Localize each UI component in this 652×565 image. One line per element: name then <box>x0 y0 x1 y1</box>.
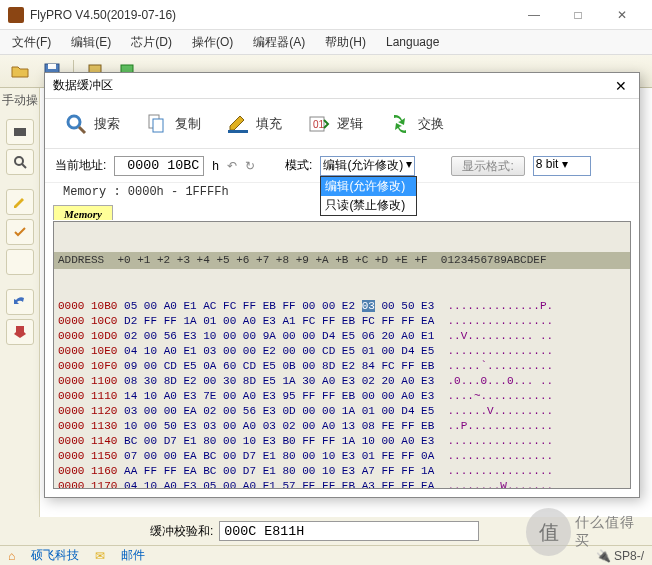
device-name: SP8-/ <box>614 549 644 563</box>
hex-row[interactable]: 0000 10E0 04 10 A0 E1 03 00 00 E2 00 00 … <box>54 344 630 359</box>
hex-row[interactable]: 0000 1160 AA FF FF EA BC 00 D7 E1 80 00 … <box>54 464 630 479</box>
mode-select[interactable]: 编辑(允许修改)▾ 编辑(允许修改) 只读(禁止修改) <box>320 156 415 176</box>
svg-rect-10 <box>153 119 163 132</box>
menu-edit[interactable]: 编辑(E) <box>67 32 115 53</box>
app-title: FlyPRO V4.50(2019-07-16) <box>30 8 512 22</box>
chevron-down-icon: ▾ <box>406 157 412 171</box>
buffer-dialog: 数据缓冲区 ✕ 搜索 复制 填充 01逻辑 交换 当前地址: h ↶ ↻ 模式:… <box>44 72 640 498</box>
addr-suffix: h <box>212 159 219 173</box>
hex-row[interactable]: 0000 10B0 05 00 A0 E1 AC FC FF EB FF 00 … <box>54 299 630 314</box>
format-select[interactable]: 8 bit ▾ <box>533 156 591 176</box>
left-dock-label: 手动操 <box>2 92 38 109</box>
hex-row[interactable]: 0000 10C0 D2 FF FF 1A 01 00 A0 E3 A1 FC … <box>54 314 630 329</box>
svg-rect-11 <box>228 130 248 133</box>
mode-option-readonly[interactable]: 只读(禁止修改) <box>321 196 416 215</box>
history-fwd-icon[interactable]: ↻ <box>245 159 255 173</box>
hex-row[interactable]: 0000 1100 08 30 8D E2 00 30 8D E5 1A 30 … <box>54 374 630 389</box>
format-button[interactable]: 显示格式: <box>451 156 524 176</box>
hex-row[interactable]: 0000 1140 BC 00 D7 E1 80 00 10 E3 B0 FF … <box>54 434 630 449</box>
svg-point-7 <box>68 116 80 128</box>
maximize-button[interactable]: □ <box>556 1 600 29</box>
svg-rect-1 <box>48 64 56 69</box>
mail-icon[interactable]: ✉ <box>95 549 105 563</box>
svg-line-8 <box>79 127 85 133</box>
copy-icon <box>144 111 170 137</box>
search-button[interactable]: 搜索 <box>55 107 128 141</box>
home-icon[interactable]: ⌂ <box>8 549 15 563</box>
hex-row[interactable]: 0000 10D0 02 00 56 E3 10 00 00 9A 00 00 … <box>54 329 630 344</box>
dock-chip-icon[interactable] <box>6 119 34 145</box>
menu-chip[interactable]: 芯片(D) <box>127 32 176 53</box>
swap-icon <box>387 111 413 137</box>
hex-row[interactable]: 0000 1150 07 00 00 EA BC 00 D7 E1 80 00 … <box>54 449 630 464</box>
mail-link[interactable]: 邮件 <box>121 547 145 564</box>
svg-point-5 <box>15 157 23 165</box>
minimize-button[interactable]: — <box>512 1 556 29</box>
hex-row[interactable]: 0000 1170 04 10 A0 E3 05 00 A0 E1 57 FE … <box>54 479 630 489</box>
dialog-close-icon[interactable]: ✕ <box>611 78 631 94</box>
swap-button[interactable]: 交换 <box>379 107 452 141</box>
company-link[interactable]: 硕飞科技 <box>31 547 79 564</box>
device-icon: 🔌 <box>596 549 611 563</box>
hex-row[interactable]: 0000 1110 14 10 A0 E3 7E 00 A0 E3 95 FF … <box>54 389 630 404</box>
menu-operate[interactable]: 操作(O) <box>188 32 237 53</box>
search-icon <box>63 111 89 137</box>
chevron-down-icon: ▾ <box>562 157 568 171</box>
svg-line-6 <box>22 164 26 168</box>
hex-row[interactable]: 0000 10F0 09 00 CD E5 0A 60 CD E5 0B 00 … <box>54 359 630 374</box>
menu-language[interactable]: Language <box>382 33 443 51</box>
menu-file[interactable]: 文件(F) <box>8 32 55 53</box>
hex-row[interactable]: 0000 1120 03 00 00 EA 02 00 56 E3 0D 00 … <box>54 404 630 419</box>
logic-button[interactable]: 01逻辑 <box>298 107 371 141</box>
svg-text:01: 01 <box>313 119 325 130</box>
menu-programmer[interactable]: 编程器(A) <box>249 32 309 53</box>
dock-undo-icon[interactable] <box>6 289 34 315</box>
menu-help[interactable]: 帮助(H) <box>321 32 370 53</box>
menubar: 文件(F) 编辑(E) 芯片(D) 操作(O) 编程器(A) 帮助(H) Lan… <box>0 30 652 54</box>
dock-blank-icon[interactable] <box>6 249 34 275</box>
mode-dropdown: 编辑(允许修改) 只读(禁止修改) <box>320 176 417 216</box>
hex-header: ADDRESS +0 +1 +2 +3 +4 +5 +6 +7 +8 +9 +A… <box>54 252 630 269</box>
app-icon <box>8 7 24 23</box>
copy-button[interactable]: 复制 <box>136 107 209 141</box>
memory-tab[interactable]: Memory <box>53 205 113 220</box>
fill-icon <box>225 111 251 137</box>
dock-prog-icon[interactable] <box>6 319 34 345</box>
dialog-title: 数据缓冲区 <box>53 77 611 94</box>
checksum-label: 缓冲校验和: <box>150 523 213 540</box>
address-input[interactable] <box>114 156 204 176</box>
hex-row[interactable]: 0000 1130 10 00 50 E3 03 00 A0 03 02 00 … <box>54 419 630 434</box>
mode-label: 模式: <box>285 157 312 174</box>
checksum-field[interactable] <box>219 521 479 541</box>
dock-search-icon[interactable] <box>6 149 34 175</box>
addr-label: 当前地址: <box>55 157 106 174</box>
dock-edit-icon[interactable] <box>6 189 34 215</box>
hex-viewer[interactable]: ADDRESS +0 +1 +2 +3 +4 +5 +6 +7 +8 +9 +A… <box>53 221 631 489</box>
svg-rect-4 <box>14 128 26 136</box>
history-back-icon[interactable]: ↶ <box>227 159 237 173</box>
fill-button[interactable]: 填充 <box>217 107 290 141</box>
dock-check-icon[interactable] <box>6 219 34 245</box>
logic-icon: 01 <box>306 111 332 137</box>
tb-open-icon[interactable] <box>6 57 34 85</box>
close-button[interactable]: ✕ <box>600 1 644 29</box>
mode-option-edit[interactable]: 编辑(允许修改) <box>321 177 416 196</box>
